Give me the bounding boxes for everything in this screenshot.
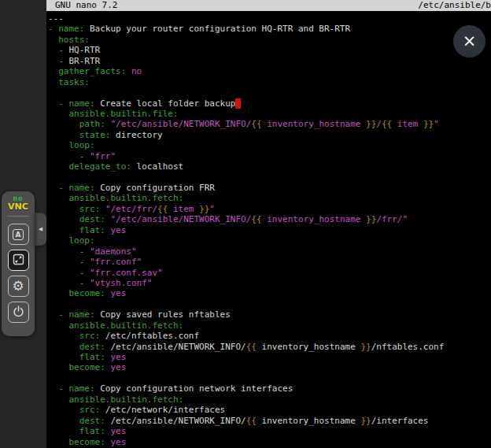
code-token [48, 45, 58, 55]
code-token: tasks: [58, 77, 90, 87]
editor-line [48, 299, 491, 309]
editor-line [48, 87, 491, 98]
code-token: state: [79, 130, 111, 140]
code-token [105, 214, 111, 224]
code-token [48, 257, 79, 267]
code-token: src: [79, 405, 101, 415]
code-token: flat: [79, 225, 105, 235]
code-token [84, 278, 90, 288]
editor-line: become: yes [48, 288, 491, 298]
sidebar-button-fullscreen[interactable] [8, 250, 29, 271]
sidebar-buttons: A⚙ [2, 224, 35, 323]
code-token [48, 405, 79, 415]
editor-line: state: directory [48, 130, 491, 140]
code-token [84, 268, 90, 278]
code-token [48, 268, 79, 278]
code-token: {{ [251, 214, 261, 224]
code-token: {{ [246, 416, 257, 426]
editor-line: - "frr" [48, 151, 491, 161]
code-token [105, 352, 111, 362]
code-token [48, 77, 58, 87]
code-token: }} [423, 119, 434, 129]
code-token: flat: [79, 426, 105, 436]
code-token: item [168, 204, 199, 214]
code-token: Copy saved rules nftables [95, 309, 231, 320]
code-token: /etc/network/interfaces [100, 405, 225, 415]
code-token [48, 109, 69, 119]
sidebar-divider [7, 216, 29, 217]
editor-line: - name: Copy configuration FRR [48, 183, 491, 193]
code-token [48, 204, 79, 214]
code-token [48, 352, 79, 362]
editor-line: flat: yes [48, 225, 491, 235]
code-token [105, 225, 111, 235]
code-token [48, 342, 79, 352]
sidebar-button-extra-keys[interactable]: A [8, 224, 29, 245]
code-token: become: [69, 362, 105, 372]
code-token: inventory_hostname [262, 214, 366, 224]
code-token: {{ [157, 204, 168, 214]
code-token [48, 119, 79, 129]
code-token [48, 362, 69, 372]
editor-line: src: /etc/nftables.conf [48, 331, 491, 341]
editor-line: become: yes [48, 362, 491, 372]
editor-line: tasks: [48, 77, 491, 87]
editor-text-area[interactable]: ---- name: Backup your router configurat… [48, 11, 491, 448]
fullscreen-icon [13, 254, 24, 268]
code-token: gather_facts: [58, 66, 126, 76]
keyboard-a-icon: A [13, 229, 24, 240]
code-token [48, 130, 79, 140]
novnc-control-bar: no VNC A⚙ [2, 191, 35, 336]
sidebar-button-settings[interactable]: ⚙ [8, 276, 29, 297]
code-token: inventory_hostname [262, 119, 366, 129]
code-token: delegate_to: [69, 161, 131, 172]
code-token [84, 246, 90, 257]
editor-line: - name: Copy saved rules nftables [48, 309, 491, 320]
code-token [48, 35, 58, 45]
code-token: /etc/ansible/NETWORK_INFO/ [105, 416, 246, 426]
code-token [48, 140, 69, 150]
sidebar-collapse-handle[interactable]: ◀ [35, 213, 46, 246]
code-token: - name: [58, 183, 94, 193]
code-token [48, 320, 69, 331]
code-token: - name: [58, 98, 94, 109]
code-token [105, 119, 111, 129]
code-token [126, 66, 131, 76]
code-token: - name: [48, 24, 84, 34]
code-token: Backup your router configuration HQ-RTR … [84, 24, 350, 34]
editor-line: gather_facts: no [48, 66, 491, 76]
close-button[interactable]: × [453, 25, 485, 57]
code-token: "vtysh.conf" [90, 278, 152, 288]
code-token [84, 257, 90, 267]
code-token: ansible.builtin.file: [69, 109, 179, 119]
editor-line [48, 172, 491, 183]
code-token: inventory_hostname [257, 342, 360, 352]
code-token [48, 383, 58, 394]
code-token: yes [110, 362, 126, 372]
code-token: no [131, 66, 142, 76]
code-token: / [376, 119, 382, 129]
code-token: loop: [69, 140, 95, 150]
editor-line: --- [48, 13, 491, 24]
code-token: }} [366, 119, 376, 129]
editor-line: - HQ-RTR [48, 45, 491, 55]
code-token [48, 151, 79, 161]
code-token [48, 66, 58, 76]
code-token: dest: [79, 214, 105, 224]
editor-line: ansible.builtin.fetch: [48, 193, 491, 203]
editor-line: - "daemons" [48, 246, 491, 257]
code-token: " [209, 204, 215, 214]
editor-line: dest: "/etc/ansible/NETWORK_INFO/{{ inve… [48, 214, 491, 224]
sidebar-button-disconnect[interactable] [8, 302, 29, 323]
editor-line: - name: Copy configuration network inter… [48, 383, 491, 394]
code-token: }} [360, 416, 371, 426]
power-icon [13, 305, 24, 320]
code-token: become: [69, 288, 105, 298]
code-token [48, 331, 79, 341]
editor-line: ansible.builtin.file: [48, 109, 491, 119]
code-token: ansible.builtin.fetch: [69, 394, 184, 405]
code-token: /etc/nftables.conf [100, 331, 199, 341]
file-path-label: /etc/ansible/b [418, 0, 491, 11]
code-token: /frr/" [376, 214, 408, 224]
code-token: "frr.conf.sav" [90, 268, 163, 278]
